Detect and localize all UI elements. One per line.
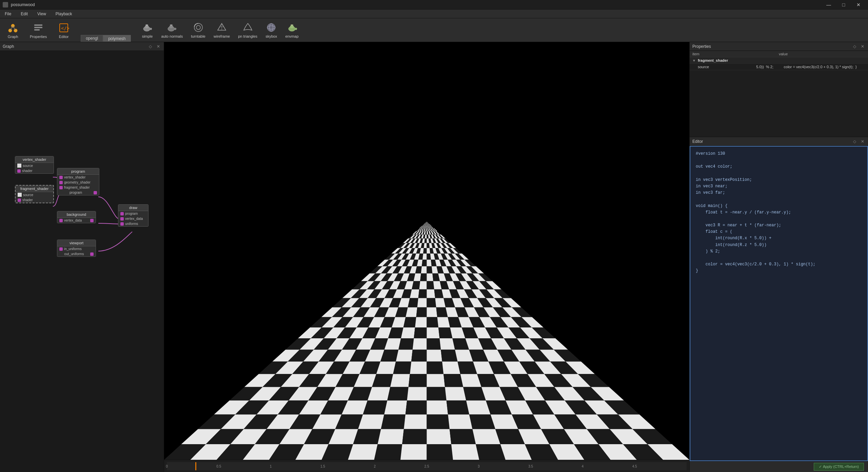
properties-pin-icon[interactable]: ◇ — [852, 44, 857, 49]
editor-panel-title: Editor — [692, 139, 849, 144]
node-vertex-shader-title: vertex_shader — [15, 156, 54, 163]
timeline-mark-2: 2 — [374, 465, 376, 468]
svg-point-26 — [291, 24, 293, 26]
timeline-mark-15: 1.5 — [320, 465, 325, 468]
properties-panel: Properties ◇ ✕ item value ▼ fragment_sha… — [690, 42, 868, 137]
tab-polymesh[interactable]: polymesh — [103, 35, 131, 42]
timeline-mark-45: 4.5 — [632, 465, 637, 468]
port-prog-vs: vertex_shader — [57, 175, 99, 180]
timeline-mark-05: 0.5 — [216, 465, 221, 468]
port-fs-shader-dot — [18, 199, 21, 202]
port-vp-out-dot — [90, 252, 94, 256]
svg-point-17 — [196, 25, 200, 30]
tab-opengl[interactable]: opengl — [81, 35, 103, 42]
props-section-fs[interactable]: ▼ fragment_shader — [690, 57, 868, 64]
svg-point-15 — [170, 24, 173, 26]
apply-button[interactable]: ✓ Apply (CTRL+Return) — [814, 463, 864, 471]
node-program[interactable]: program vertex_shader geometry_shader fr… — [57, 168, 99, 195]
pntriangles-label: pn triangles — [238, 34, 257, 38]
teapot1-icon — [142, 22, 153, 33]
port-fs-source-dot — [18, 193, 22, 197]
svg-point-14 — [169, 25, 173, 28]
envmap-icon — [287, 22, 297, 33]
port-vs-shader: shader — [15, 168, 54, 173]
tool-simple[interactable]: simple — [139, 21, 156, 40]
wireframe-label: wireframe — [214, 34, 230, 38]
app-icon — [3, 2, 8, 7]
properties-label: Properties — [30, 35, 47, 39]
graph-canvas[interactable]: vertex_shader source shader fragment_sha… — [0, 51, 164, 472]
properties-close-icon[interactable]: ✕ — [860, 44, 865, 49]
node-fragment-shader[interactable]: fragment_shader source shader — [15, 185, 54, 203]
port-prog-gs-dot — [59, 181, 63, 184]
graph-icon — [7, 22, 19, 34]
timeline-ruler[interactable]: 0 0.5 1 1.5 2 2.5 3 3.5 4 4.5 — [167, 462, 687, 470]
props-value-source: 5.0)) % 2; color = vec4(vec3(c/2.0 + 0.3… — [752, 65, 865, 69]
editor-panel-header: Editor ◇ ✕ — [690, 137, 868, 146]
port-draw-vdata-dot — [120, 217, 124, 221]
section-triangle: ▼ — [692, 59, 696, 62]
timeline-mark-0: 0 — [166, 465, 168, 468]
viewport-panel[interactable]: 0 0.5 1 1.5 2 2.5 3 3.5 4 4.5 — [164, 42, 689, 472]
right-panel: Properties ◇ ✕ item value ▼ fragment_sha… — [689, 42, 868, 472]
svg-point-11 — [145, 25, 149, 28]
port-draw-uniforms-dot — [120, 222, 124, 226]
simple-label: simple — [142, 34, 153, 38]
minimize-button[interactable]: — — [822, 0, 835, 10]
menu-edit[interactable]: Edit — [16, 10, 33, 18]
connections-svg — [0, 51, 164, 472]
node-viewport[interactable]: viewport in_uniforms out_uniforms — [57, 240, 96, 257]
port-vs-source: source — [15, 163, 54, 168]
properties-icon — [32, 22, 44, 34]
port-prog-gs: geometry_shader — [57, 180, 99, 185]
checkerboard — [164, 209, 689, 460]
graph-pin-icon[interactable]: ◇ — [147, 44, 153, 49]
graph-tool[interactable]: Graph — [3, 20, 23, 40]
tool-wireframe[interactable]: wireframe — [211, 21, 233, 40]
node-vertex-shader[interactable]: vertex_shader source shader — [15, 156, 54, 174]
port-vp-out: out_uniforms — [57, 251, 96, 257]
render-area[interactable] — [164, 42, 689, 460]
properties-tool[interactable]: Properties — [26, 20, 51, 40]
editor-close-icon[interactable]: ✕ — [860, 139, 865, 144]
tool-turntable[interactable]: turntable — [188, 21, 208, 40]
props-row-source: source 5.0)) % 2; color = vec4(vec3(c/2.… — [690, 64, 868, 70]
menu-file[interactable]: File — [0, 10, 16, 18]
svg-rect-5 — [34, 24, 42, 26]
left-tools: Graph Properties </> Editor — [3, 20, 74, 40]
main-area: Graph ◇ ✕ vertex_shader — [0, 42, 868, 472]
port-bg-vdata-out-dot — [90, 219, 94, 222]
timeline-playhead[interactable] — [195, 462, 196, 470]
props-item-source: source — [698, 65, 752, 69]
menu-view[interactable]: View — [33, 10, 51, 18]
toolbar: Graph Properties </> Editor ope — [0, 18, 868, 42]
editor-tool[interactable]: </> Editor — [54, 20, 74, 40]
graph-panel-header: Graph ◇ ✕ — [0, 42, 164, 51]
envmap-label: envmap — [285, 34, 298, 38]
tool-group: simple auto normals turntab — [139, 21, 301, 40]
turntable-icon — [193, 22, 204, 33]
maximize-button[interactable]: □ — [837, 0, 850, 10]
graph-close-icon[interactable]: ✕ — [156, 44, 161, 49]
port-prog-out: program — [57, 190, 99, 195]
node-draw[interactable]: draw program vertex_data uniforms — [118, 204, 149, 227]
window-controls: — □ ✕ — [822, 0, 865, 10]
port-vs-source-dot — [17, 164, 21, 168]
autonormals-label: auto normals — [161, 34, 183, 38]
timeline: 0 0.5 1 1.5 2 2.5 3 3.5 4 4.5 — [164, 460, 689, 472]
tool-skybox[interactable]: skybox — [263, 21, 280, 40]
tool-auto-normals[interactable]: auto normals — [159, 21, 186, 40]
node-background[interactable]: background vertex_data — [57, 211, 96, 223]
editor-textarea[interactable]: #version 130 out vec4 color; in vec3 ver… — [690, 146, 868, 461]
editor-pin-icon[interactable]: ◇ — [852, 139, 857, 144]
svg-point-25 — [290, 25, 294, 28]
close-button[interactable]: ✕ — [852, 0, 865, 10]
node-draw-title: draw — [118, 205, 148, 211]
tool-pn-triangles[interactable]: pn triangles — [235, 21, 260, 40]
menu-playback[interactable]: Playback — [51, 10, 77, 18]
port-draw-uniforms: uniforms — [118, 221, 148, 226]
wireframe-icon — [216, 22, 227, 33]
titlebar: possumwood — □ ✕ — [0, 0, 868, 10]
port-vs-shader-dot — [17, 169, 21, 173]
tool-envmap[interactable]: envmap — [282, 21, 301, 40]
